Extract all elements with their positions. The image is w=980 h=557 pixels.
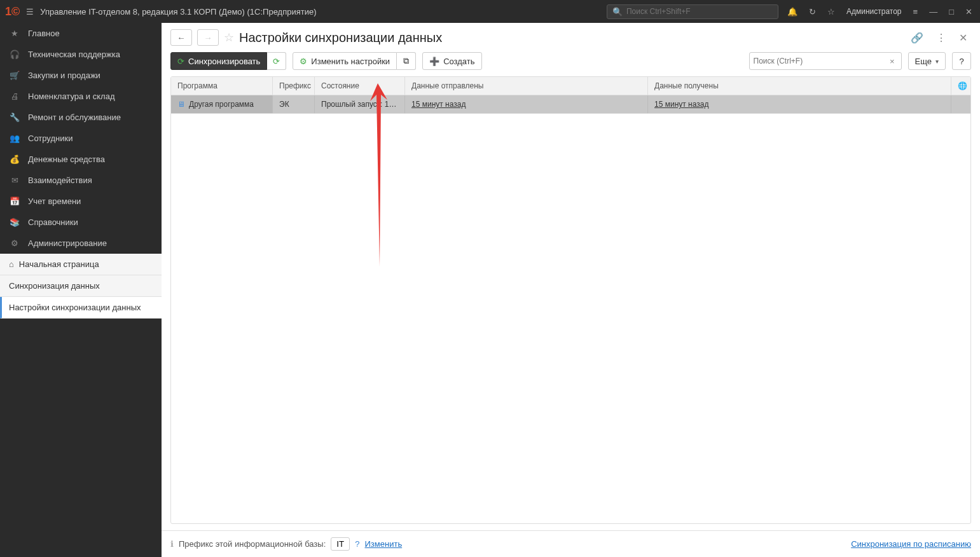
- sync-dropdown-button[interactable]: ⟳: [267, 52, 286, 70]
- button-label: Изменить настройки: [311, 57, 390, 66]
- th-globe[interactable]: 🌐: [951, 77, 970, 95]
- button-label: ?: [959, 57, 963, 66]
- th-state[interactable]: Состояние: [315, 77, 405, 95]
- change-link[interactable]: Изменить: [365, 539, 403, 549]
- tab-label: Настройки синхронизации данных: [9, 303, 141, 312]
- headset-icon: 🎧: [9, 50, 20, 59]
- nav-back-button[interactable]: ←: [170, 29, 192, 46]
- favorite-icon[interactable]: ☆: [224, 31, 234, 45]
- link-icon[interactable]: 🔗: [907, 32, 927, 44]
- td-sent: 15 минут назад: [405, 95, 648, 113]
- sidebar-item-repair[interactable]: 🔧Ремонт и обслуживание: [0, 107, 162, 128]
- cell-text: Другая программа: [189, 100, 254, 109]
- table-search-input[interactable]: [754, 57, 887, 65]
- th-prefix[interactable]: Префикс: [273, 77, 315, 95]
- sidebar-item-label: Номенклатура и склад: [28, 92, 114, 101]
- home-icon: ⌂: [9, 259, 14, 269]
- users-icon: 👥: [9, 134, 20, 143]
- tab-label: Синхронизация данных: [9, 281, 100, 291]
- star-icon: ★: [9, 29, 20, 38]
- sync-table: Программа Префикс Состояние Данные отпра…: [170, 76, 971, 524]
- book-icon: 📚: [9, 217, 20, 227]
- sidebar-item-references[interactable]: 📚Справочники: [0, 212, 162, 233]
- close-icon[interactable]: ✕: [963, 7, 975, 17]
- history-icon[interactable]: ↻: [806, 7, 818, 17]
- window-icon: ⧉: [403, 56, 409, 66]
- th-sent[interactable]: Данные отправлены: [405, 77, 648, 95]
- titlebar: 1© ☰ Управление IT-отделом 8, редакция 3…: [0, 0, 980, 23]
- edit-settings-button[interactable]: ⚙Изменить настройки: [293, 52, 397, 70]
- td-globe: [951, 95, 970, 113]
- calendar-icon: 📅: [9, 196, 20, 206]
- help-qmark-icon[interactable]: ?: [355, 539, 359, 549]
- sidebar-item-main[interactable]: ★Главное: [0, 23, 162, 44]
- button-label: Еще: [915, 57, 932, 66]
- received-link[interactable]: 15 минут назад: [654, 100, 708, 109]
- sidebar-item-support[interactable]: 🎧Техническая поддержка: [0, 44, 162, 65]
- create-button[interactable]: ➕Создать: [422, 52, 481, 70]
- td-program: 🖥Другая программа: [171, 95, 273, 113]
- sync-button[interactable]: ⟳Синхронизировать: [170, 52, 267, 70]
- table-header-row: Программа Префикс Состояние Данные отпра…: [171, 77, 970, 95]
- cart-icon: 🛒: [9, 71, 20, 80]
- user-label[interactable]: Администратор: [844, 7, 904, 16]
- minimize-icon[interactable]: —: [927, 7, 940, 17]
- mail-icon: ✉: [9, 175, 20, 185]
- tab-sync-settings[interactable]: Настройки синхронизации данных: [0, 297, 162, 319]
- nav-forward-button[interactable]: →: [197, 29, 219, 46]
- sidebar-item-admin[interactable]: ⚙Администрирование: [0, 233, 162, 254]
- sidebar-item-label: Сотрудники: [28, 134, 72, 143]
- sent-link[interactable]: 15 минут назад: [411, 100, 466, 109]
- sidebar-item-label: Администрирование: [28, 238, 107, 248]
- sidebar-item-label: Взаимодействия: [28, 175, 92, 185]
- sidebar-item-interactions[interactable]: ✉Взаимодействия: [0, 170, 162, 191]
- sidebar-item-label: Учет времени: [28, 196, 81, 206]
- tab-sync-data[interactable]: Синхронизация данных: [0, 275, 162, 297]
- button-label: Создать: [443, 57, 474, 66]
- prefix-label: Префикс этой информационной базы:: [179, 539, 326, 549]
- menu-dots-icon[interactable]: ⋮: [932, 32, 950, 44]
- sidebar-item-time[interactable]: 📅Учет времени: [0, 191, 162, 212]
- prefix-input[interactable]: [331, 537, 350, 551]
- table-search[interactable]: ×: [749, 52, 902, 70]
- th-received[interactable]: Данные получены: [648, 77, 951, 95]
- global-search-input[interactable]: [626, 7, 773, 16]
- sidebar-tabs: ⌂Начальная страница Синхронизация данных…: [0, 254, 162, 319]
- main-menu-icon[interactable]: ☰: [26, 7, 34, 17]
- monitor-icon: 🖥: [177, 100, 185, 109]
- sidebar: ★Главное 🎧Техническая поддержка 🛒Закупки…: [0, 23, 162, 557]
- bell-icon[interactable]: 🔔: [785, 7, 800, 17]
- page-header: ← → ☆ Настройки синхронизации данных 🔗 ⋮…: [162, 23, 980, 50]
- sidebar-item-money[interactable]: 💰Денежные средства: [0, 149, 162, 170]
- page-title: Настройки синхронизации данных: [239, 31, 442, 45]
- globe-icon: 🌐: [958, 81, 967, 90]
- toolbar: ⟳Синхронизировать ⟳ ⚙Изменить настройки …: [162, 50, 980, 76]
- sidebar-item-purchases[interactable]: 🛒Закупки и продажи: [0, 65, 162, 86]
- app-logo: 1©: [5, 5, 20, 18]
- edit-dropdown-button[interactable]: ⧉: [397, 52, 416, 70]
- more-button[interactable]: Еще: [908, 52, 946, 70]
- th-program[interactable]: Программа: [171, 77, 273, 95]
- sidebar-item-label: Техническая поддержка: [28, 50, 120, 59]
- search-icon: 🔍: [612, 7, 623, 17]
- td-received: 15 минут назад: [648, 95, 951, 113]
- maximize-icon[interactable]: □: [946, 7, 956, 17]
- refresh-small-icon: ⟳: [273, 57, 280, 66]
- tab-home[interactable]: ⌂Начальная страница: [0, 254, 162, 275]
- star-icon[interactable]: ☆: [825, 7, 838, 17]
- footer-bar: ℹ Префикс этой информационной базы: ? Из…: [162, 530, 980, 557]
- gear-icon: ⚙: [9, 238, 20, 248]
- info-icon: ℹ: [170, 539, 174, 549]
- sidebar-item-employees[interactable]: 👥Сотрудники: [0, 128, 162, 149]
- sidebar-item-stock[interactable]: 🖨Номенклатура и склад: [0, 86, 162, 107]
- global-search[interactable]: 🔍: [607, 4, 778, 19]
- search-clear-icon[interactable]: ×: [887, 57, 897, 66]
- td-prefix: ЭК: [273, 95, 315, 113]
- table-row[interactable]: 🖥Другая программа ЭК Прошлый запуск: 15……: [171, 95, 970, 114]
- main-area: ← → ☆ Настройки синхронизации данных 🔗 ⋮…: [162, 23, 980, 557]
- schedule-link[interactable]: Синхронизация по расписанию: [851, 539, 971, 549]
- settings-icon[interactable]: ≡: [911, 7, 921, 17]
- close-tab-icon[interactable]: ✕: [955, 32, 971, 44]
- help-button[interactable]: ?: [952, 52, 971, 70]
- sidebar-item-label: Главное: [28, 29, 60, 38]
